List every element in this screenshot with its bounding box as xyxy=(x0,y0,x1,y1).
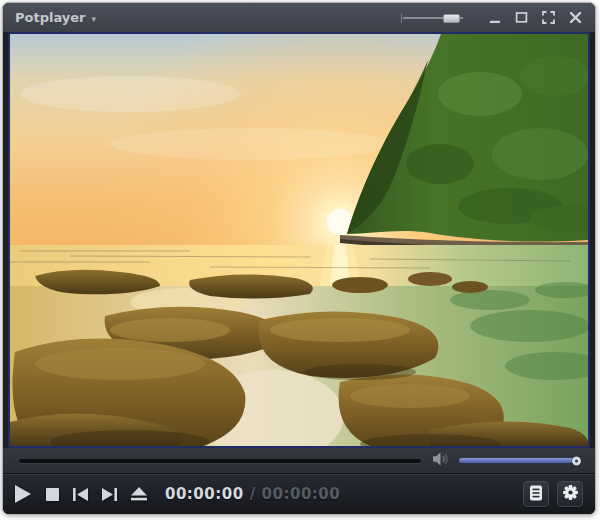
volume-slider-handle[interactable] xyxy=(572,456,581,465)
current-time: 00:00:00 xyxy=(165,485,244,503)
control-bar: 00:00:00 / 00:00:00 xyxy=(3,474,595,514)
seek-volume-row xyxy=(3,448,595,474)
close-button[interactable] xyxy=(566,8,585,27)
video-area[interactable] xyxy=(8,32,590,448)
fullscreen-icon xyxy=(542,11,555,24)
volume-slider[interactable] xyxy=(459,458,577,463)
maximize-button[interactable] xyxy=(512,8,531,27)
previous-button[interactable] xyxy=(73,488,88,501)
video-still-frame xyxy=(10,34,588,446)
speaker-icon xyxy=(433,452,451,469)
close-icon xyxy=(569,11,582,24)
opacity-slider-handle[interactable] xyxy=(443,14,460,23)
eject-button[interactable] xyxy=(131,487,147,501)
time-display: 00:00:00 / 00:00:00 xyxy=(165,485,340,503)
app-title: Potplayer xyxy=(15,10,86,25)
window-opacity-slider[interactable] xyxy=(401,9,465,27)
total-time: 00:00:00 xyxy=(262,485,341,503)
stop-icon xyxy=(46,488,59,501)
previous-icon xyxy=(73,488,88,501)
stop-button[interactable] xyxy=(46,488,59,501)
caret-down-icon: ▾ xyxy=(92,12,97,24)
opacity-slider-tick xyxy=(401,14,402,23)
play-icon xyxy=(15,485,32,503)
gear-icon xyxy=(562,484,579,504)
potplayer-window: Potplayer ▾ xyxy=(2,2,596,515)
minimize-button[interactable] xyxy=(485,8,504,27)
seek-bar[interactable] xyxy=(19,459,421,463)
minimize-icon xyxy=(489,12,501,24)
next-button[interactable] xyxy=(102,488,117,501)
time-separator: / xyxy=(250,485,256,503)
playlist-icon xyxy=(529,485,543,504)
next-icon xyxy=(102,488,117,501)
play-button[interactable] xyxy=(15,485,32,503)
app-menu-button[interactable]: Potplayer ▾ xyxy=(15,10,96,25)
eject-icon xyxy=(131,487,147,501)
volume-button[interactable] xyxy=(433,452,451,469)
volume-controls xyxy=(433,452,577,469)
maximize-icon xyxy=(515,11,528,24)
playlist-button[interactable] xyxy=(523,481,549,507)
fullscreen-button[interactable] xyxy=(539,8,558,27)
titlebar: Potplayer ▾ xyxy=(3,3,595,32)
settings-button[interactable] xyxy=(557,481,583,507)
